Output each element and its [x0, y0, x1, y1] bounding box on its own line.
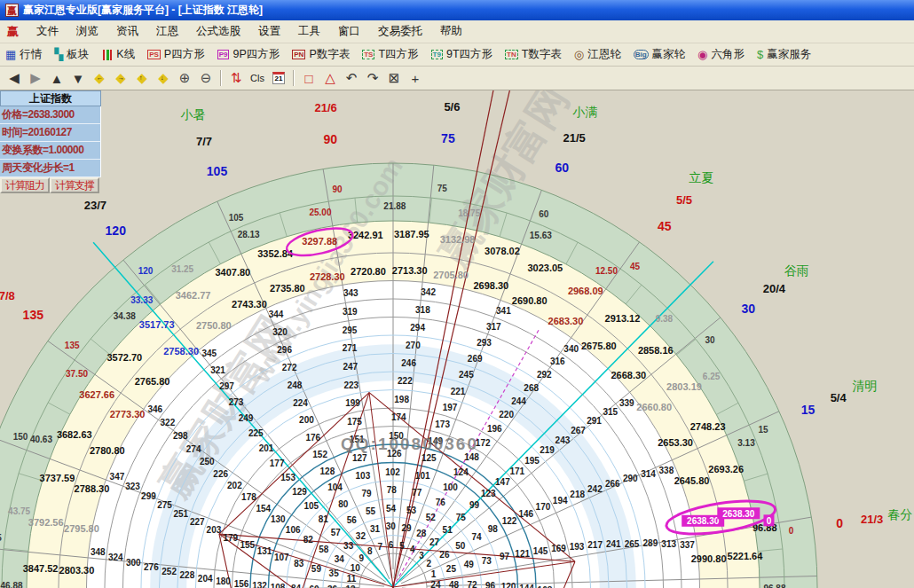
- rotate-cw-button[interactable]: ↷: [362, 68, 383, 88]
- pan-right-button[interactable]: ◆→: [110, 68, 131, 88]
- toolbar-button-六角形[interactable]: ◉六角形: [692, 45, 752, 64]
- toolbar-button-T四方形[interactable]: TST四方形: [357, 45, 425, 64]
- inner-price-label: 2705.80: [433, 270, 469, 280]
- box-x-button[interactable]: ⊠: [383, 68, 405, 88]
- pan-up-button[interactable]: ◆↑: [131, 68, 153, 88]
- toolbar-label: 江恩轮: [587, 47, 621, 62]
- inner-price-label: 2720.80: [351, 266, 386, 277]
- toolbar-button-板块[interactable]: ▚板块: [49, 45, 96, 64]
- wheel-number: 241: [606, 539, 621, 549]
- wheel-number: 155: [240, 540, 255, 550]
- solar-date-label: 20/4: [763, 282, 786, 295]
- triangle-tool-button[interactable]: △: [319, 68, 341, 88]
- wheel-number: 204: [198, 574, 213, 584]
- wheel-number: 338: [659, 466, 674, 475]
- toolbar-button-9T四方形[interactable]: T99T四方形: [426, 45, 500, 64]
- wheel-number: 225: [248, 428, 264, 438]
- menu-item-浏览[interactable]: 浏览: [67, 22, 107, 40]
- wheel-number: 250: [200, 457, 215, 466]
- outer-degree-label: 135: [23, 308, 44, 322]
- toolbar-button-T数字表[interactable]: TNT数字表: [500, 45, 569, 64]
- toolbar-label: 9T四方形: [446, 47, 492, 62]
- arrow-right-button[interactable]: ▶: [25, 68, 46, 88]
- menu-item-交易委托[interactable]: 交易委托: [369, 22, 431, 40]
- wheel-number: 96: [485, 581, 496, 588]
- zoom-out-button[interactable]: ⊖: [195, 68, 217, 88]
- solar-date-label: 7/7: [196, 135, 212, 148]
- calc-resistance-button[interactable]: 计算阻力: [0, 177, 50, 193]
- wheel-number: 315: [603, 407, 618, 417]
- wheel-number: 346: [147, 404, 162, 414]
- toolbar-label: 六角形: [711, 47, 745, 62]
- wheel-number: 79: [361, 489, 372, 498]
- wheel-number: 198: [394, 395, 409, 404]
- arrow-up-button[interactable]: ▲: [46, 68, 67, 88]
- menu-item-资讯[interactable]: 资讯: [107, 22, 147, 40]
- menu-item-帮助[interactable]: 帮助: [431, 22, 471, 40]
- wheel-number: 173: [435, 419, 450, 429]
- toolbar-button-赢家轮[interactable]: Big赢家轮: [628, 45, 692, 64]
- menu-item-文件[interactable]: 文件: [28, 22, 67, 40]
- wheel-number: 179: [223, 533, 238, 543]
- solar-term-label: 清明: [852, 379, 877, 393]
- percent-label: 9.38: [656, 314, 674, 324]
- outer-price-label: 3023.05: [527, 263, 563, 273]
- toolbar-button-江恩轮[interactable]: ◎江恩轮: [569, 45, 628, 64]
- pan-up-arrow-icon: ↑: [139, 74, 143, 81]
- percent-label: 21.88: [383, 201, 406, 211]
- wheel-number: 341: [496, 306, 511, 316]
- updown-marker-button[interactable]: ⇅: [225, 68, 247, 88]
- wheel-number: 52: [426, 513, 437, 522]
- pan-down-button[interactable]: ◆↓: [153, 68, 174, 88]
- wheel-number: 266: [605, 479, 620, 489]
- menu-item-工具[interactable]: 工具: [289, 22, 329, 40]
- zoom-in-button[interactable]: ⊕: [174, 68, 195, 88]
- wheel-number: 337: [680, 540, 695, 550]
- toolbar-button-P数字表[interactable]: PNP数字表: [287, 45, 357, 64]
- outer-degree-label: 30: [742, 302, 756, 316]
- wheel-number: 98: [488, 524, 499, 534]
- arrow-left-button[interactable]: ◀: [4, 68, 25, 88]
- 行情-icon: ▦: [5, 49, 16, 60]
- square-tool-button[interactable]: □: [298, 68, 319, 88]
- outer-price-label: 3847.52: [23, 563, 59, 574]
- wheel-number: 169: [551, 544, 566, 553]
- toolbar-button-赢家服务[interactable]: $赢家服务: [752, 45, 818, 64]
- arrow-down-button[interactable]: ▼: [67, 68, 89, 88]
- solar-date-label: 5/4: [831, 391, 847, 404]
- gann-wheel-chart[interactable]: 赢家财富网www.yingjia360.com赢家财富网123456789101…: [0, 90, 914, 588]
- wheel-number: 103: [356, 471, 371, 481]
- toolbar-button-P四方形[interactable]: PSP四方形: [142, 45, 212, 64]
- rotate-ccw-button[interactable]: ↶: [341, 68, 362, 88]
- wheel-number: 8: [367, 546, 373, 556]
- menu-item-公式选股[interactable]: 公式选股: [187, 22, 249, 40]
- cls-button[interactable]: Cls: [247, 68, 268, 88]
- wheel-number: 28: [416, 529, 427, 538]
- 江恩轮-icon: ◎: [574, 49, 584, 60]
- toolbar-button-9P四方形[interactable]: P99P四方形: [212, 45, 288, 64]
- outer-price-label: 3078.02: [485, 246, 520, 256]
- calendar-button[interactable]: 21: [268, 68, 289, 88]
- toolbar-button-行情[interactable]: ▦行情: [0, 45, 49, 64]
- solar-date-label: 23/7: [84, 199, 106, 212]
- menu-item-江恩[interactable]: 江恩: [147, 22, 187, 40]
- inner-price-label: 2668.30: [611, 370, 646, 380]
- wheel-number: 344: [269, 310, 284, 319]
- wheel-number: 123: [481, 489, 496, 498]
- inner-price-label: 2728.30: [310, 271, 345, 282]
- center-tool-button[interactable]: +: [405, 68, 426, 88]
- menu-item-设置[interactable]: 设置: [249, 22, 289, 40]
- wheel-number: 296: [277, 345, 292, 355]
- menu-item-窗口[interactable]: 窗口: [329, 22, 369, 40]
- calc-support-button[interactable]: 计算支撑: [50, 177, 99, 193]
- pan-left-button[interactable]: ◆←: [89, 68, 110, 88]
- wheel-number: 219: [540, 445, 555, 455]
- percent-label-special: 33.33: [130, 295, 153, 305]
- toolbar-label: 行情: [20, 47, 42, 62]
- toolbar-button-K线[interactable]: K线: [96, 45, 142, 64]
- wheel-number: 297: [219, 381, 234, 391]
- wheel-number: 220: [499, 410, 514, 419]
- wheel-number: 193: [570, 542, 585, 552]
- wheel-number: 104: [327, 482, 343, 492]
- inner-price-label: 2645.80: [674, 475, 710, 486]
